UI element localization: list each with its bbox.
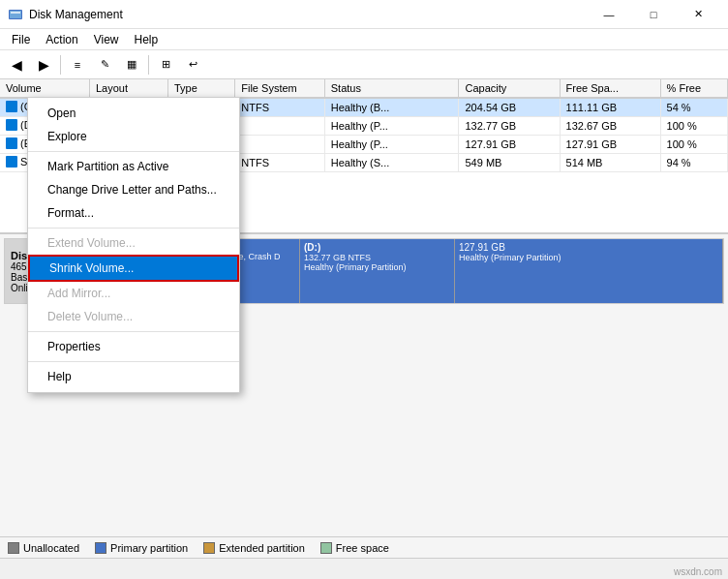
- cell-status: Healthy (P...: [324, 117, 459, 136]
- svg-rect-2: [11, 12, 20, 14]
- toolbar-btn-4[interactable]: ⊞: [153, 53, 178, 76]
- cell-free: 111.11 GB: [560, 98, 660, 117]
- col-pctfree[interactable]: % Free: [660, 79, 727, 98]
- legend-box-unalloc: [8, 542, 19, 554]
- ctx-sep-1: [28, 151, 239, 152]
- context-menu: Open Explore Mark Partition as Active Ch…: [27, 97, 240, 393]
- col-volume[interactable]: Volume: [0, 79, 89, 98]
- disk-icon: [6, 156, 17, 168]
- legend-extended: Extended partition: [203, 542, 305, 554]
- menu-file[interactable]: File: [4, 29, 38, 49]
- ctx-sep-4: [28, 361, 239, 362]
- ctx-format[interactable]: Format...: [28, 201, 239, 225]
- ctx-add-mirror: Add Mirror...: [28, 282, 239, 305]
- partition-size-label: 132.77 GB NTFS: [304, 253, 450, 262]
- col-status[interactable]: Status: [324, 79, 459, 98]
- cell-free: 514 MB: [560, 154, 660, 172]
- cell-pct: 54 %: [660, 98, 727, 117]
- toolbar-separator-1: [60, 55, 61, 75]
- window-title: Disk Management: [29, 8, 123, 21]
- ctx-change-letter[interactable]: Change Drive Letter and Paths...: [28, 178, 239, 201]
- cell-fs: NTFS: [235, 98, 324, 117]
- legend-box-primary: [95, 542, 106, 554]
- toolbar-btn-3[interactable]: ▦: [119, 53, 144, 76]
- cell-fs: [235, 117, 324, 136]
- legend-label-unalloc: Unallocated: [23, 542, 79, 554]
- cell-capacity: 549 MB: [459, 154, 560, 172]
- col-type[interactable]: Type: [167, 79, 234, 98]
- window-controls: — □ ✕: [587, 0, 720, 29]
- cell-free: 127.91 GB: [560, 136, 660, 154]
- ctx-open[interactable]: Open: [28, 102, 239, 125]
- table-header: Volume Layout Type File System Status Ca…: [0, 79, 728, 98]
- cell-free: 132.67 GB: [560, 117, 660, 136]
- ctx-delete: Delete Volume...: [28, 305, 239, 328]
- legend-box-extended: [203, 542, 215, 554]
- ctx-extend: Extend Volume...: [28, 231, 239, 255]
- minimize-button[interactable]: —: [587, 0, 631, 29]
- disk-icon: [6, 119, 17, 131]
- forward-button[interactable]: ▶: [31, 53, 56, 76]
- legend-free: Free space: [320, 542, 389, 554]
- toolbar-btn-2[interactable]: ✎: [92, 53, 117, 76]
- ctx-shrink[interactable]: Shrink Volume...: [28, 255, 239, 282]
- col-filesystem[interactable]: File System: [235, 79, 324, 98]
- cell-status: Healthy (P...: [324, 136, 459, 154]
- cell-fs: NTFS: [235, 154, 324, 172]
- ctx-properties[interactable]: Properties: [28, 335, 239, 358]
- maximize-button[interactable]: □: [631, 0, 676, 29]
- menu-bar: File Action View Help: [0, 29, 728, 50]
- col-layout[interactable]: Layout: [89, 79, 167, 98]
- toolbar-btn-1[interactable]: ≡: [65, 53, 90, 76]
- cell-fs: [235, 136, 324, 154]
- toolbar-btn-5[interactable]: ↩: [180, 53, 205, 76]
- watermark: wsxdn.com: [674, 566, 722, 577]
- back-button[interactable]: ◀: [4, 53, 29, 76]
- ctx-explore[interactable]: Explore: [28, 125, 239, 148]
- disk-icon: [6, 101, 17, 112]
- cell-capacity: 204.54 GB: [459, 98, 560, 117]
- cell-pct: 94 %: [660, 154, 727, 172]
- legend-unallocated: Unallocated: [8, 542, 79, 554]
- partition-e[interactable]: 127.91 GB Healthy (Primary Partition): [455, 239, 723, 303]
- volume-icon: S: [6, 156, 27, 168]
- menu-action[interactable]: Action: [38, 29, 85, 49]
- cell-pct: 100 %: [660, 136, 727, 154]
- partition-d[interactable]: (D:) 132.77 GB NTFS Healthy (Primary Par…: [300, 239, 455, 303]
- legend-label-free: Free space: [336, 542, 389, 554]
- legend-label-primary: Primary partition: [110, 542, 188, 554]
- partition-size-label: 127.91 GB: [459, 242, 718, 253]
- legend: Unallocated Primary partition Extended p…: [0, 536, 728, 558]
- ctx-sep-2: [28, 228, 239, 229]
- cell-capacity: 127.91 GB: [459, 136, 560, 154]
- partition-drive-label: (D:): [304, 242, 450, 253]
- menu-view[interactable]: View: [86, 29, 127, 49]
- partition-health-label: Healthy (Primary Partition): [304, 262, 450, 272]
- disk-icon: [6, 137, 17, 149]
- menu-help[interactable]: Help: [127, 29, 167, 49]
- toolbar-separator-2: [148, 55, 149, 75]
- legend-label-extended: Extended partition: [219, 542, 305, 554]
- cell-status: Healthy (B...: [324, 98, 459, 117]
- legend-primary: Primary partition: [95, 542, 188, 554]
- app-icon: [8, 7, 23, 22]
- cell-capacity: 132.77 GB: [459, 117, 560, 136]
- status-bar: [0, 558, 728, 579]
- ctx-sep-3: [28, 331, 239, 332]
- close-button[interactable]: ✕: [676, 0, 720, 29]
- toolbar: ◀ ▶ ≡ ✎ ▦ ⊞ ↩: [0, 50, 728, 79]
- legend-box-free: [320, 542, 332, 554]
- cell-status: Healthy (S...: [324, 154, 459, 172]
- ctx-mark-active[interactable]: Mark Partition as Active: [28, 155, 239, 178]
- ctx-help[interactable]: Help: [28, 365, 239, 388]
- col-freespace[interactable]: Free Spa...: [560, 79, 660, 98]
- col-capacity[interactable]: Capacity: [459, 79, 560, 98]
- partition-health-label: Healthy (Primary Partition): [459, 253, 718, 262]
- cell-pct: 100 %: [660, 117, 727, 136]
- title-bar: Disk Management — □ ✕: [0, 0, 728, 29]
